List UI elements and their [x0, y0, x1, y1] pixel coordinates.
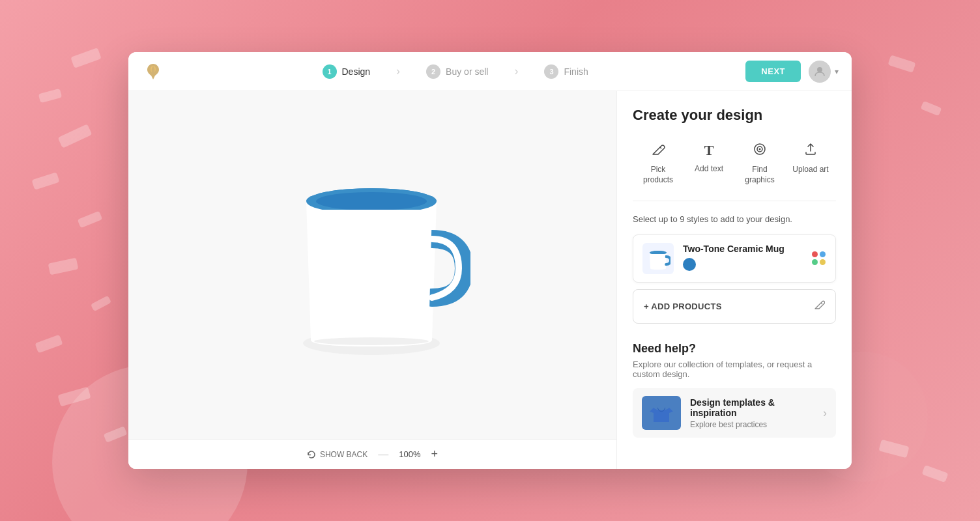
- step-divider-2: ›: [514, 64, 518, 78]
- step-1-label: Design: [342, 66, 371, 77]
- add-products-label: + ADD PRODUCTS: [644, 302, 722, 311]
- help-info: Design templates & inspiration Explore b…: [690, 397, 814, 429]
- header-right: NEXT ▾: [745, 61, 839, 83]
- avatar-chevron-icon: ▾: [835, 67, 839, 76]
- find-graphics-label: Find graphics: [737, 165, 783, 185]
- refresh-icon: [307, 450, 316, 459]
- pick-products-label: Pick products: [635, 165, 681, 185]
- pick-products-icon: [651, 142, 665, 160]
- color-picker-icon[interactable]: [812, 251, 826, 266]
- zoom-divider: —: [378, 449, 388, 460]
- svg-point-4: [316, 192, 427, 210]
- zoom-value: 100%: [399, 449, 420, 459]
- add-products-button[interactable]: + ADD PRODUCTS: [633, 289, 836, 324]
- product-color-dot[interactable]: [683, 258, 696, 271]
- logo: [141, 60, 165, 83]
- nav-steps: 1 Design › 2 Buy or sell › 3 Finish: [165, 64, 745, 79]
- help-card-title: Design templates & inspiration: [690, 397, 814, 418]
- svg-point-0: [817, 67, 822, 72]
- edit-icon: [813, 299, 825, 314]
- header: 1 Design › 2 Buy or sell › 3 Finish NEXT: [128, 52, 852, 91]
- right-panel: Create your design Pick products T Add t…: [617, 91, 852, 469]
- mug-illustration: [275, 154, 470, 376]
- step-3-label: Finish: [564, 66, 588, 77]
- step-1-badge: 1: [323, 64, 337, 79]
- tool-add-text[interactable]: T Add text: [684, 137, 734, 180]
- main-window: 1 Design › 2 Buy or sell › 3 Finish NEXT: [128, 52, 852, 469]
- tool-upload-art[interactable]: Upload art: [785, 137, 836, 180]
- next-button[interactable]: NEXT: [745, 61, 801, 82]
- upload-art-label: Upload art: [792, 165, 828, 175]
- product-name: Two-Tone Ceramic Mug: [683, 244, 803, 254]
- help-thumbnail: [642, 396, 681, 430]
- step-design[interactable]: 1 Design: [323, 64, 371, 79]
- product-actions: [812, 251, 826, 266]
- add-text-label: Add text: [695, 164, 723, 175]
- find-graphics-icon: [753, 142, 767, 160]
- help-title: Need help?: [633, 342, 836, 356]
- add-text-icon: T: [704, 142, 714, 159]
- step-buy-sell[interactable]: 2 Buy or sell: [426, 64, 488, 79]
- step-2-badge: 2: [426, 64, 440, 79]
- panel-title: Create your design: [633, 107, 836, 124]
- tool-find-graphics[interactable]: Find graphics: [734, 137, 785, 190]
- step-3-badge: 3: [544, 64, 558, 79]
- show-back-label: SHOW BACK: [320, 450, 368, 459]
- step-finish[interactable]: 3 Finish: [544, 64, 588, 79]
- main-content: SHOW BACK — 100% + Create your design: [128, 91, 852, 469]
- product-mug-thumb: [646, 246, 670, 271]
- design-tools: Pick products T Add text Find graphics: [633, 137, 836, 201]
- help-card[interactable]: Design templates & inspiration Explore b…: [633, 388, 836, 438]
- svg-point-5: [314, 337, 429, 345]
- help-chevron-icon: ›: [823, 406, 827, 420]
- svg-point-8: [759, 148, 761, 150]
- help-subtitle: Explore our collection of templates, or …: [633, 359, 836, 379]
- avatar[interactable]: [809, 61, 831, 83]
- help-card-sub: Explore best practices: [690, 420, 814, 429]
- step-2-label: Buy or sell: [446, 66, 488, 77]
- product-card[interactable]: Two-Tone Ceramic Mug: [633, 234, 836, 283]
- canvas-area: SHOW BACK — 100% +: [128, 91, 617, 469]
- canvas-product: [128, 91, 616, 439]
- step-divider-1: ›: [396, 64, 400, 78]
- zoom-plus-button[interactable]: +: [431, 447, 439, 461]
- show-back-button[interactable]: SHOW BACK: [307, 450, 368, 459]
- product-thumbnail: [642, 243, 674, 274]
- tool-pick-products[interactable]: Pick products: [633, 137, 684, 190]
- select-hint: Select up to 9 styles to add to your des…: [633, 214, 836, 224]
- product-info: Two-Tone Ceramic Mug: [683, 244, 803, 274]
- canvas-toolbar: SHOW BACK — 100% +: [128, 439, 616, 469]
- upload-art-icon: [803, 142, 818, 160]
